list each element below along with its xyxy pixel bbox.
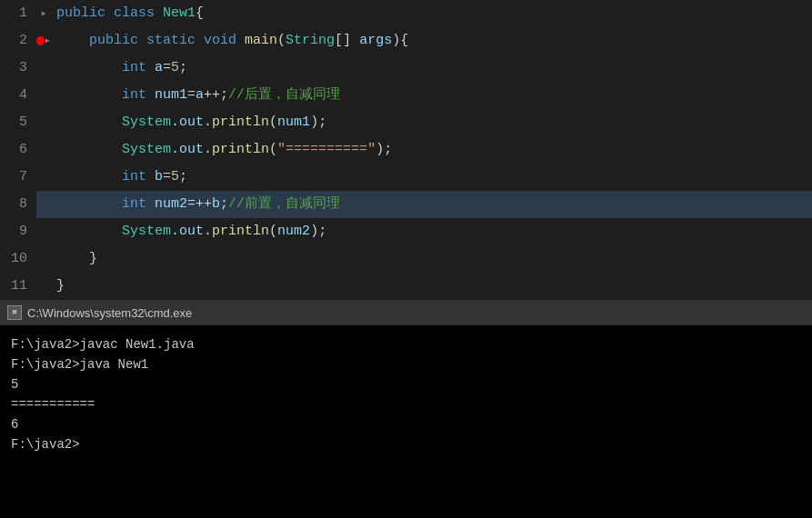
- token: .: [204, 224, 212, 239]
- code-line-6: 6 System.out.println("==========");: [0, 136, 812, 164]
- token: String: [286, 33, 335, 48]
- token: System: [122, 115, 171, 130]
- token: public: [56, 5, 114, 21]
- token: =: [163, 60, 171, 75]
- collapse-icon-1[interactable]: ▸: [40, 0, 46, 27]
- token: ;: [179, 169, 187, 184]
- breakpoint-area-1: ▸: [36, 0, 53, 27]
- breakpoint-area-2: ▸: [36, 27, 53, 55]
- line-number-11: 11: [0, 273, 36, 300]
- collapse-icon-2[interactable]: ▸: [45, 27, 51, 55]
- terminal-window-icon: ■: [7, 305, 22, 320]
- line-number-6: 6: [0, 136, 36, 164]
- code-content-4: int num1=a++;//后置，自减同理: [53, 82, 812, 109]
- token: a: [155, 60, 163, 75]
- token: static: [146, 33, 204, 48]
- token: int: [122, 196, 155, 212]
- code-content-2: public static void main(String[] args){: [53, 27, 812, 55]
- terminal-titlebar: ■ C:\Windows\system32\cmd.exe: [0, 300, 812, 325]
- token: [56, 251, 89, 266]
- token: New1: [163, 5, 195, 21]
- line-number-8: 8: [0, 191, 36, 218]
- code-line-4: 4 int num1=a++;//后置，自减同理: [0, 82, 812, 109]
- code-line-11: 11}: [0, 273, 812, 300]
- token: ++;: [204, 87, 228, 103]
- terminal: ■ C:\Windows\system32\cmd.exe F:\java2>j…: [0, 300, 812, 518]
- token: println: [212, 224, 269, 239]
- code-content-3: int a=5;: [53, 55, 812, 82]
- token: num2: [155, 196, 187, 212]
- token: }: [89, 251, 97, 266]
- code-line-1: 1▸public class New1{: [0, 0, 812, 27]
- token: public: [89, 33, 146, 48]
- token: [56, 87, 122, 103]
- token: System: [122, 142, 171, 157]
- line-number-4: 4: [0, 82, 36, 109]
- token: .: [204, 142, 212, 157]
- token: [56, 224, 122, 239]
- line-number-5: 5: [0, 109, 36, 136]
- line-number-2: 2: [0, 27, 36, 55]
- token: .: [171, 224, 179, 239]
- code-content-7: int b=5;: [53, 164, 812, 191]
- token: []: [335, 33, 359, 48]
- token: class: [114, 5, 163, 21]
- token: (: [277, 33, 286, 48]
- token: =: [187, 87, 195, 103]
- token: [56, 196, 122, 212]
- token: out: [179, 142, 204, 157]
- token: out: [179, 115, 204, 130]
- token: ;: [220, 196, 228, 212]
- code-line-3: 3 int a=5;: [0, 55, 812, 82]
- token: args: [359, 33, 392, 48]
- token: System: [122, 224, 171, 239]
- token: int: [122, 87, 155, 103]
- token: num1: [277, 115, 310, 130]
- terminal-line: 6: [11, 414, 801, 434]
- terminal-line: F:\java2>javac New1.java: [11, 334, 801, 354]
- token: (: [269, 224, 277, 239]
- code-content-10: }: [53, 245, 812, 273]
- token: =: [163, 169, 171, 184]
- token: num1: [155, 87, 187, 103]
- token: .: [204, 115, 212, 130]
- token: );: [376, 142, 392, 157]
- code-line-7: 7 int b=5;: [0, 164, 812, 191]
- code-content-6: System.out.println("==========");: [53, 136, 812, 164]
- code-line-9: 9 System.out.println(num2);: [0, 218, 812, 245]
- breakpoint-dot-2: [36, 36, 45, 45]
- code-content-8: int num2=++b;//前置，自减同理: [53, 191, 812, 218]
- token: .: [171, 142, 179, 157]
- token: =++: [187, 196, 212, 212]
- line-number-1: 1: [0, 0, 36, 27]
- code-content-5: System.out.println(num1);: [53, 109, 812, 136]
- terminal-line: 5: [11, 374, 801, 394]
- terminal-title: C:\Windows\system32\cmd.exe: [27, 306, 192, 320]
- token: println: [212, 142, 269, 157]
- token: 5: [171, 169, 179, 184]
- token: ;: [179, 60, 187, 75]
- token: "==========": [277, 142, 376, 157]
- token: b: [155, 169, 163, 184]
- token: [56, 60, 122, 75]
- terminal-line: F:\java2>java New1: [11, 354, 801, 374]
- code-line-8: 8 int num2=++b;//前置，自减同理: [0, 191, 812, 218]
- token: (: [269, 115, 277, 130]
- code-content-1: public class New1{: [53, 0, 812, 27]
- code-line-5: 5 System.out.println(num1);: [0, 109, 812, 136]
- token: //后置，自减同理: [228, 87, 340, 103]
- token: int: [122, 60, 155, 75]
- line-number-7: 7: [0, 164, 36, 191]
- token: println: [212, 115, 269, 130]
- token: .: [171, 115, 179, 130]
- code-area: 1▸public class New1{2▸ public static voi…: [0, 0, 812, 300]
- token: b: [212, 196, 220, 212]
- token: [56, 115, 122, 130]
- code-line-10: 10 }: [0, 245, 812, 273]
- token: }: [56, 278, 65, 294]
- line-number-10: 10: [0, 245, 36, 273]
- code-editor: 1▸public class New1{2▸ public static voi…: [0, 0, 812, 300]
- line-number-9: 9: [0, 218, 36, 245]
- token: num2: [277, 224, 310, 239]
- token: );: [310, 115, 326, 130]
